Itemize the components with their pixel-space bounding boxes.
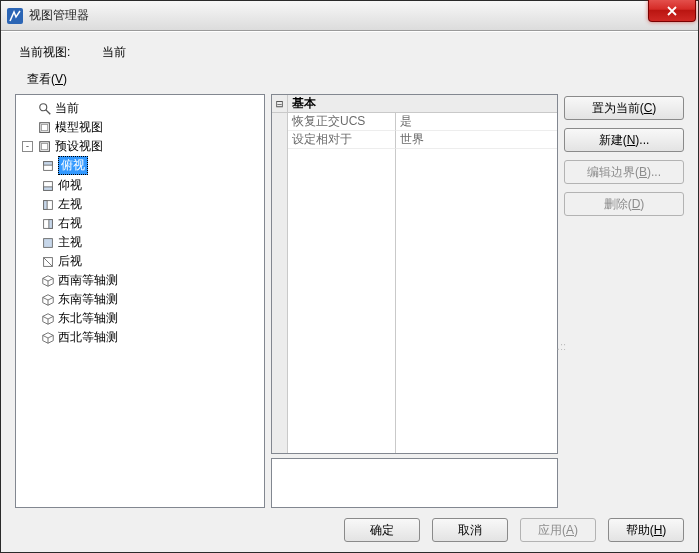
tree-label: 仰视 [58, 177, 82, 194]
tree-node-se-iso[interactable]: 东南等轴测 [40, 291, 262, 308]
bottom-buttons: 确定 取消 应用(A) 帮助(H) [15, 508, 684, 542]
resize-grip-icon[interactable]: .:: [557, 340, 566, 352]
view-tree[interactable]: 当前 模型视图 - [15, 94, 265, 508]
cube-top-icon [40, 159, 56, 173]
svg-line-21 [43, 283, 48, 286]
svg-rect-5 [42, 143, 48, 149]
close-icon [667, 6, 677, 16]
tree-label: 东北等轴测 [58, 310, 118, 327]
cube-back-icon [40, 255, 56, 269]
ok-button[interactable]: 确定 [344, 518, 420, 542]
tree-node-ne-iso[interactable]: 东北等轴测 [40, 310, 262, 327]
tree-node-preset-views[interactable]: - 预设视图 [22, 138, 262, 155]
new-button[interactable]: 新建(N)... [564, 128, 684, 152]
svg-rect-3 [42, 124, 48, 130]
property-grid-blank [272, 149, 557, 453]
svg-rect-13 [49, 219, 53, 228]
svg-line-34 [48, 321, 53, 324]
magnifier-icon [37, 102, 53, 116]
tree-node-left[interactable]: 左视 [40, 196, 262, 213]
iso-icon [40, 312, 56, 326]
svg-line-33 [43, 321, 48, 324]
svg-rect-7 [44, 161, 53, 165]
property-name: 恢复正交UCS [288, 113, 396, 131]
titlebar[interactable]: 视图管理器 [1, 1, 698, 31]
tree-node-model-views[interactable]: 模型视图 [22, 119, 262, 136]
cube-front-icon [40, 236, 56, 250]
view-menu-label[interactable]: 查看(V) [27, 71, 684, 88]
tree-label: 西南等轴测 [58, 272, 118, 289]
cube-left-icon [40, 198, 56, 212]
svg-line-27 [43, 302, 48, 305]
svg-line-1 [46, 109, 50, 113]
tree-node-back[interactable]: 后视 [40, 253, 262, 270]
tree-label: 当前 [55, 100, 79, 117]
svg-line-28 [48, 302, 53, 305]
svg-point-0 [40, 103, 47, 110]
property-value[interactable]: 世界 [396, 131, 557, 149]
tree-label: 主视 [58, 234, 82, 251]
tree-node-current[interactable]: 当前 [22, 100, 262, 117]
svg-marker-17 [43, 275, 54, 280]
apply-button: 应用(A) [520, 518, 596, 542]
tree-node-front[interactable]: 主视 [40, 234, 262, 251]
square-icon [37, 140, 53, 154]
property-name: 设定相对于 [288, 131, 396, 149]
dialog-body: 当前视图: 当前 查看(V) 当前 [1, 31, 698, 552]
svg-marker-35 [43, 332, 54, 337]
tree-label: 后视 [58, 253, 82, 270]
square-icon [37, 121, 53, 135]
tree-node-nw-iso[interactable]: 西北等轴测 [40, 329, 262, 346]
svg-marker-29 [43, 313, 54, 318]
property-value[interactable]: 是 [396, 113, 557, 131]
svg-line-39 [43, 340, 48, 343]
window-title: 视图管理器 [29, 7, 89, 24]
side-buttons: 置为当前(C) 新建(N)... 编辑边界(B)... 删除(D) [564, 94, 684, 508]
svg-line-22 [48, 283, 53, 286]
tree-label: 左视 [58, 196, 82, 213]
tree-label: 东南等轴测 [58, 291, 118, 308]
cube-right-icon [40, 217, 56, 231]
tree-label: 俯视 [58, 156, 88, 175]
iso-icon [40, 293, 56, 307]
svg-line-16 [44, 257, 53, 266]
tree-label: 右视 [58, 215, 82, 232]
tree-node-right[interactable]: 右视 [40, 215, 262, 232]
svg-rect-14 [44, 238, 53, 247]
tree-node-top[interactable]: 俯视 [40, 156, 262, 175]
tree-label: 西北等轴测 [58, 329, 118, 346]
svg-line-40 [48, 340, 53, 343]
property-description-box [271, 458, 558, 508]
svg-rect-11 [44, 200, 48, 209]
iso-icon [40, 331, 56, 345]
current-view-value: 当前 [102, 44, 126, 61]
current-view-row: 当前视图: 当前 [19, 44, 684, 61]
iso-icon [40, 274, 56, 288]
current-view-label: 当前视图: [19, 44, 99, 61]
tree-node-bottom[interactable]: 仰视 [40, 177, 262, 194]
tree-label: 预设视图 [55, 138, 103, 155]
property-row[interactable]: 设定相对于 世界 [272, 131, 557, 149]
delete-button: 删除(D) [564, 192, 684, 216]
cancel-button[interactable]: 取消 [432, 518, 508, 542]
property-grid[interactable]: ⊟ 基本 恢复正交UCS 是 设定相对于 世界 [271, 94, 558, 454]
property-row[interactable]: 恢复正交UCS 是 [272, 113, 557, 131]
close-button[interactable] [648, 0, 696, 22]
property-panel: ⊟ 基本 恢复正交UCS 是 设定相对于 世界 [271, 94, 558, 508]
app-icon [7, 8, 23, 24]
collapse-icon[interactable]: - [22, 141, 33, 152]
edit-boundary-button: 编辑边界(B)... [564, 160, 684, 184]
svg-rect-9 [44, 186, 53, 190]
cube-bottom-icon [40, 179, 56, 193]
collapse-icon[interactable]: ⊟ [272, 95, 288, 112]
dialog-window: 视图管理器 当前视图: 当前 查看(V) [0, 0, 699, 553]
property-category-row[interactable]: ⊟ 基本 [272, 95, 557, 113]
svg-marker-23 [43, 294, 54, 299]
help-button[interactable]: 帮助(H) [608, 518, 684, 542]
main-columns: 当前 模型视图 - [15, 94, 684, 508]
property-category-label: 基本 [288, 95, 316, 112]
set-current-button[interactable]: 置为当前(C) [564, 96, 684, 120]
tree-node-sw-iso[interactable]: 西南等轴测 [40, 272, 262, 289]
tree-label: 模型视图 [55, 119, 103, 136]
